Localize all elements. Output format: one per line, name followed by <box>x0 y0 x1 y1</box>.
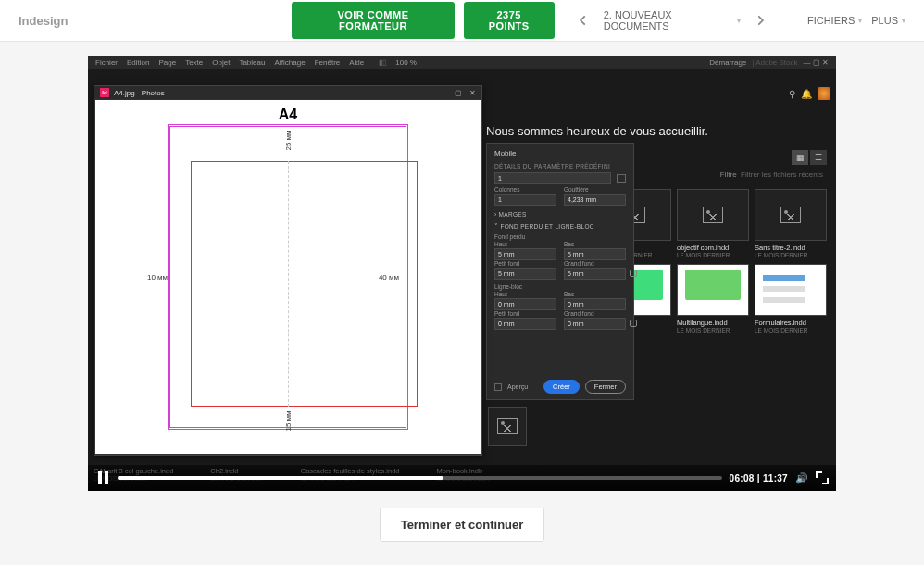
time-display: 06:08 | 11:37 <box>730 473 788 483</box>
volume-icon[interactable]: 🔊 <box>795 472 808 484</box>
close-button: Fermer <box>585 380 626 394</box>
bleed-inside-input: 5 mm <box>494 268 556 280</box>
chevron-down-icon: ▾ <box>737 17 741 25</box>
gutter-input: 4,233 mm <box>564 194 626 206</box>
margin-top-value: 25 мм <box>284 130 293 150</box>
preset-details-label: DÉTAILS DU PARAMÈTRE PRÉDÉFINI <box>494 163 626 170</box>
more-link[interactable]: PLUS▾ <box>871 15 905 26</box>
fullscreen-icon[interactable] <box>816 471 829 484</box>
maximize-icon: ▢ <box>455 89 462 97</box>
bleed-top-input: 5 mm <box>494 248 556 260</box>
zoom-level: 100 % <box>395 58 417 67</box>
files-label: FICHIERS <box>807 15 855 26</box>
file-thumb <box>755 264 827 316</box>
filter-row: Filtre Filtrer les fichiers récents <box>720 170 823 179</box>
inside-label: Petit fond <box>494 310 556 317</box>
value-input: 1 <box>494 172 611 184</box>
file-date: LE MOIS DERNIER <box>755 327 827 333</box>
image-icon <box>703 207 723 223</box>
outside-label: Grand fond <box>564 260 626 267</box>
bleed-label: Fond perdu <box>494 233 626 240</box>
workspace-label: Démarrage <box>709 58 746 67</box>
chevron-down-icon: ▾ <box>858 17 862 25</box>
new-document-panel: Mobile DÉTAILS DU PARAMÈTRE PRÉDÉFINI 1 … <box>486 143 634 400</box>
link-icon <box>630 320 637 327</box>
player-controls: 06:08 | 11:37 🔊 <box>88 465 836 491</box>
link-icon <box>630 270 637 277</box>
menu-item: Affichage <box>274 58 305 67</box>
bottom-label: Bas <box>564 291 626 297</box>
menu-item: Page <box>158 58 176 67</box>
file-date: LE MOIS DERNIER <box>677 327 749 333</box>
file-name: Multilangue.indd <box>677 319 749 327</box>
pause-button[interactable] <box>95 471 110 485</box>
grid-view-icon: ▦ <box>792 150 808 165</box>
menu-item: Tableau <box>239 58 265 67</box>
prev-lesson-arrow[interactable] <box>573 9 594 31</box>
view-as-trainer-button[interactable]: VOIR COMME FORMATEUR <box>292 2 454 39</box>
image-icon <box>497 418 518 434</box>
more-label: PLUS <box>871 15 898 26</box>
files-link[interactable]: FICHIERS▾ <box>807 15 862 26</box>
image-icon <box>780 207 801 223</box>
file-card <box>677 189 749 241</box>
close-icon: ✕ <box>469 89 476 97</box>
current-lesson-label: 2. NOUVEAUX DOCUMENTS <box>604 9 733 31</box>
menu-item: Objet <box>212 58 230 67</box>
file-date: LE MOIS DERNIER <box>755 252 827 258</box>
margin-bottom-value: 15 мм <box>284 410 293 431</box>
welcome-heading: Nous sommes heureux de vous accueillir. <box>486 124 708 138</box>
bell-icon: 🔔 <box>801 89 812 99</box>
video-player: Fichier Edition Page Texte Objet Tableau… <box>88 56 836 491</box>
menu-item: Edition <box>127 58 149 67</box>
preview-label: Aperçu <box>507 383 528 390</box>
checkbox <box>617 174 626 183</box>
finish-continue-button[interactable]: Terminer et continuer <box>380 508 545 542</box>
list-view-icon: ☰ <box>810 150 827 165</box>
page-header: Indesign VOIR COMME FORMATEUR 2375 POINT… <box>0 0 924 42</box>
indesign-logo-icon: Id <box>100 88 109 97</box>
slug-label: Ligne-bloc <box>494 283 626 290</box>
file-card <box>755 189 827 241</box>
top-label: Haut <box>494 291 556 297</box>
bottom-label: Bas <box>564 241 626 247</box>
a4-preview: A4 25 мм 10 мм 40 мм 15 мм <box>94 99 481 455</box>
bleed-section-label: Fond perdu et ligne-bloc <box>500 223 593 230</box>
app-menu-bar: Fichier Edition Page Texte Objet Tableau… <box>88 56 836 69</box>
seek-bar[interactable] <box>118 476 722 480</box>
view-toggle: ▦ ☰ <box>792 150 827 165</box>
bleed-bottom-input: 5 mm <box>564 248 626 260</box>
chevron-down-icon: ▾ <box>902 17 905 25</box>
window-titlebar: Id A4.jpg - Photos —▢✕ <box>94 86 481 99</box>
photos-preview-window: Id A4.jpg - Photos —▢✕ A4 25 мм <box>94 85 482 456</box>
columns-input: 1 <box>494 194 556 206</box>
menu-item: Aide <box>349 58 364 67</box>
menu-item: Fenêtre <box>315 58 341 67</box>
window-title: A4.jpg - Photos <box>114 89 165 97</box>
course-title: Indesign <box>19 14 282 28</box>
bleed-outside-input: 5 mm <box>564 268 626 280</box>
search-icon: ⚲ <box>789 89 795 99</box>
file-card <box>488 407 527 446</box>
next-lesson-arrow[interactable] <box>750 9 771 31</box>
points-button[interactable]: 2375 POINTS <box>464 2 555 39</box>
menu-item: Texte <box>185 58 203 67</box>
a4-title: A4 <box>149 107 427 123</box>
slug-inside-input: 0 mm <box>494 318 556 330</box>
inside-label: Petit fond <box>494 260 556 267</box>
gutter-label: Gouttière <box>564 186 626 193</box>
create-button: Créer <box>543 380 580 394</box>
avatar <box>818 87 830 100</box>
preview-checkbox <box>494 383 502 391</box>
margin-left-value: 10 мм <box>147 273 168 282</box>
columns-label: Colonnes <box>494 186 556 193</box>
outside-label: Grand fond <box>564 310 626 317</box>
margins-label: Marges <box>499 211 527 218</box>
top-label: Haut <box>494 241 556 247</box>
slug-outside-input: 0 mm <box>564 318 626 330</box>
minimize-icon: — <box>440 89 447 97</box>
indesign-app-screenshot: Fichier Edition Page Texte Objet Tableau… <box>88 56 836 491</box>
current-lesson-link[interactable]: 2. NOUVEAUX DOCUMENTS▾ <box>604 9 741 31</box>
file-name: objectif com.indd <box>677 244 749 252</box>
file-date: LE MOIS DERNIER <box>677 252 749 258</box>
